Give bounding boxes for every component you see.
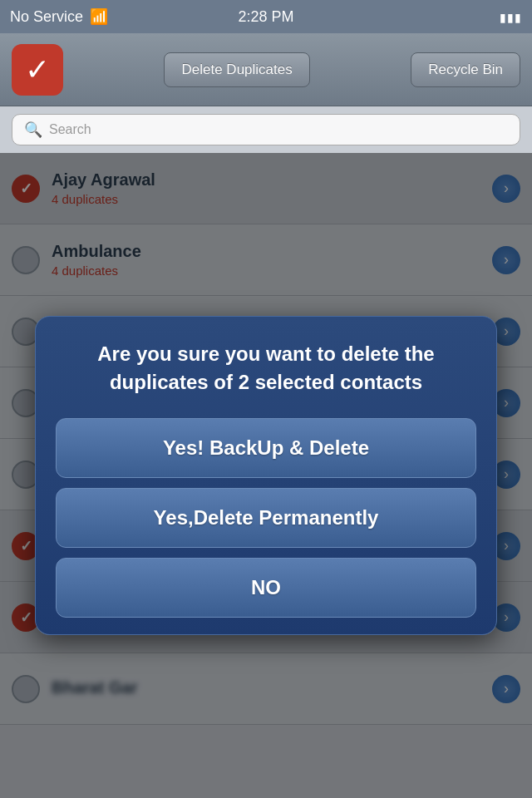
modal-overlay: Are you sure you want to delete the dupl… (0, 153, 532, 798)
modal-message: Are you sure you want to delete the dupl… (56, 340, 476, 396)
status-bar: No Service 📶 2:28 PM ▮▮▮ (0, 0, 532, 33)
nav-bar: ✓ Delete Duplicates Recycle Bin (0, 33, 532, 106)
search-field[interactable]: 🔍 Search (12, 114, 520, 145)
checkmark-icon: ✓ (25, 52, 50, 87)
app-logo: ✓ (12, 44, 63, 96)
search-icon: 🔍 (24, 121, 42, 139)
backup-delete-button[interactable]: Yes! BackUp & Delete (56, 418, 476, 478)
contact-list: ✓Ajay Agrawal4 duplicates›Ambulance4 dup… (0, 153, 532, 798)
search-bar: 🔍 Search (0, 106, 532, 153)
delete-permanently-button[interactable]: Yes,Delete Permanently (56, 488, 476, 548)
wifi-icon: 📶 (90, 7, 108, 26)
recycle-bin-button[interactable]: Recycle Bin (411, 52, 520, 87)
search-placeholder: Search (49, 122, 91, 137)
status-left: No Service 📶 (10, 7, 108, 26)
no-button[interactable]: NO (56, 558, 476, 618)
delete-duplicates-button[interactable]: Delete Duplicates (164, 52, 309, 87)
confirmation-modal: Are you sure you want to delete the dupl… (35, 316, 497, 634)
status-time: 2:28 PM (238, 8, 293, 26)
battery-icon: ▮▮▮ (500, 8, 522, 26)
no-service-label: No Service (10, 8, 83, 26)
